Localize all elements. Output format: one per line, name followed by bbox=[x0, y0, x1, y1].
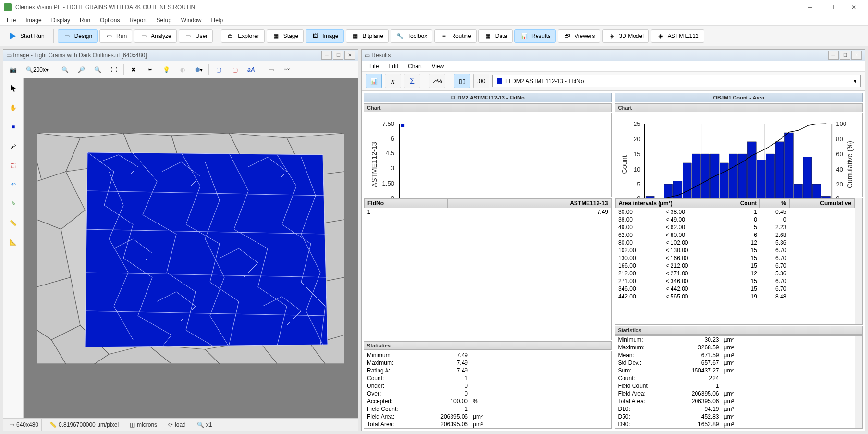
fill-tool[interactable]: ■ bbox=[6, 120, 21, 134]
camera-button[interactable]: 📷 bbox=[6, 63, 20, 76]
zoom-region-button[interactable]: 🔍 bbox=[91, 63, 104, 76]
routine-button[interactable]: ≡Routine bbox=[434, 29, 476, 43]
stage-button[interactable]: ▦Stage bbox=[267, 29, 304, 43]
image-button[interactable]: 🖼Image bbox=[306, 29, 343, 43]
brush-tool[interactable]: 🖌 bbox=[6, 139, 21, 153]
image-canvas-area[interactable] bbox=[24, 78, 358, 418]
bulb-button[interactable]: 💡 bbox=[159, 63, 173, 76]
decimals-label: .00 bbox=[477, 78, 486, 85]
maximize-button[interactable]: ☐ bbox=[821, 0, 843, 14]
menu-window[interactable]: Window bbox=[176, 15, 207, 25]
undo-tool[interactable]: ↶ bbox=[6, 177, 21, 192]
run-button[interactable]: ▭Run bbox=[99, 29, 132, 43]
menu-image[interactable]: Image bbox=[21, 15, 46, 25]
main-menu-bar: File Image Display Run Options Report Se… bbox=[0, 14, 868, 26]
ruler-tool[interactable]: 📏 bbox=[6, 216, 21, 230]
overlay-dropdown[interactable]: ⬢▾ bbox=[192, 63, 206, 76]
menu-run[interactable]: Run bbox=[75, 15, 95, 25]
window-title: Clemex Vision PE - LIGHT GRAINS WITH DAR… bbox=[15, 4, 799, 11]
zoom-in-button[interactable]: 🔍 bbox=[58, 63, 72, 76]
fit-button[interactable]: ⛶ bbox=[107, 63, 121, 76]
design-button[interactable]: ▭Design bbox=[58, 29, 98, 43]
menu-display[interactable]: Display bbox=[47, 15, 75, 25]
3d-model-button[interactable]: ◈3D Model bbox=[602, 29, 649, 43]
columns-button[interactable]: ▯▯ bbox=[454, 74, 470, 88]
svg-text:40: 40 bbox=[836, 166, 843, 173]
hand-tool[interactable]: ✋ bbox=[6, 100, 21, 115]
svg-rect-72 bbox=[747, 142, 756, 199]
results-button[interactable]: 📊Results bbox=[514, 29, 556, 43]
results-menu-edit[interactable]: Edit bbox=[383, 62, 403, 71]
zoom-out-button[interactable]: 🔎 bbox=[74, 63, 88, 76]
focus-button[interactable]: ◐ bbox=[176, 63, 189, 76]
area-table[interactable]: Area intervals (µm²) Count % Cumulative … bbox=[615, 198, 863, 325]
delete-button[interactable]: ✖ bbox=[127, 63, 140, 76]
results-panel-title-bar[interactable]: ▭ Results ─ ☐ ✕ bbox=[362, 50, 865, 61]
decimals-button[interactable]: .00 bbox=[473, 74, 489, 88]
user-button[interactable]: ▭User bbox=[179, 29, 213, 43]
brightness-button[interactable]: ☀ bbox=[143, 63, 157, 76]
results-close-button[interactable]: ✕ bbox=[851, 51, 862, 60]
image-max-button[interactable]: ☐ bbox=[333, 51, 343, 60]
histogram-icon: 📊 bbox=[370, 78, 378, 85]
results-menu-view[interactable]: View bbox=[427, 62, 449, 71]
sigma-button[interactable]: Σ bbox=[404, 74, 420, 88]
left-column-header: FLDM2 ASTME112-13 - FldNo bbox=[364, 93, 612, 102]
minimize-button[interactable]: ─ bbox=[799, 0, 821, 14]
image-panel-title-bar[interactable]: ▭ Image - Light Grains with Dark Outline… bbox=[3, 50, 358, 61]
menu-setup[interactable]: Setup bbox=[151, 15, 176, 25]
results-panel-icon: ▭ bbox=[365, 52, 371, 59]
status-units: microns bbox=[137, 422, 157, 428]
menu-help[interactable]: Help bbox=[207, 15, 228, 25]
chart-button[interactable]: 〰 bbox=[281, 63, 294, 76]
area-table-scrollbar[interactable] bbox=[855, 198, 862, 324]
results-min-button[interactable]: ─ bbox=[828, 51, 839, 60]
zoom-dropdown[interactable]: 🔍200x▾ bbox=[23, 63, 52, 76]
pencil-tool[interactable]: ✎ bbox=[6, 197, 21, 211]
results-max-button[interactable]: ☐ bbox=[840, 51, 850, 60]
menu-options[interactable]: Options bbox=[95, 15, 124, 25]
ruler-delete-tool[interactable]: 📐 bbox=[6, 235, 21, 249]
svg-rect-76 bbox=[784, 133, 793, 199]
bitplane-button[interactable]: ▦Bitplane bbox=[346, 29, 389, 43]
results-icon: 📊 bbox=[520, 32, 528, 40]
zoom-out-icon: 🔎 bbox=[78, 66, 85, 73]
select-delete-tool[interactable]: ⬚ bbox=[6, 158, 21, 173]
svg-text:15: 15 bbox=[634, 150, 641, 158]
results-menu-file[interactable]: File bbox=[365, 62, 383, 71]
percent-button[interactable]: ↗% bbox=[429, 74, 445, 88]
ruler-icon: 📏 bbox=[10, 220, 17, 226]
analyze-button[interactable]: ▭Analyze bbox=[134, 29, 177, 43]
x-button[interactable]: x bbox=[385, 74, 401, 88]
explorer-button[interactable]: 🗀Explorer bbox=[221, 29, 265, 43]
image-canvas bbox=[37, 133, 344, 364]
image-close-button[interactable]: ✕ bbox=[344, 51, 355, 60]
fldno-chart[interactable]: 7.50 6 4.5 3 1.50 0 1 2 FldNo ASTME112-1… bbox=[364, 113, 612, 197]
right-stats-scrollbar[interactable] bbox=[855, 336, 862, 428]
rect-red-button[interactable]: ▢ bbox=[228, 63, 242, 76]
text-button[interactable]: aA bbox=[245, 63, 258, 76]
load-icon: ⟳ bbox=[168, 422, 173, 428]
pointer-tool[interactable] bbox=[6, 81, 21, 96]
start-run-button[interactable]: Start Run bbox=[4, 30, 49, 42]
astm-button[interactable]: ◉ASTM E112 bbox=[651, 29, 704, 43]
svg-rect-77 bbox=[794, 184, 802, 199]
viewers-button[interactable]: 🗗Viewers bbox=[558, 29, 600, 43]
image-min-button[interactable]: ─ bbox=[321, 51, 332, 60]
results-menu-chart[interactable]: Chart bbox=[403, 62, 427, 71]
measurement-selector[interactable]: FLDM2 ASTME112-13 - FldNo ▾ bbox=[492, 75, 861, 87]
zoom-icon: 🔍 bbox=[197, 422, 204, 428]
status-dims: 640x480 bbox=[16, 422, 38, 428]
menu-file[interactable]: File bbox=[2, 15, 21, 25]
close-button[interactable]: ✕ bbox=[843, 0, 864, 14]
histogram-button[interactable]: 📊 bbox=[366, 74, 382, 88]
menu-report[interactable]: Report bbox=[124, 15, 151, 25]
image-side-toolbar: ✋ ■ 🖌 ⬚ ↶ ✎ 📏 📐 bbox=[3, 78, 24, 418]
fldno-table[interactable]: FldNo ASTME112-13 17.49 bbox=[364, 198, 612, 340]
toolbox-button[interactable]: 🔧Toolbox bbox=[391, 29, 432, 43]
area-chart[interactable]: 25 20 15 10 5 0 100 80 60 40 20 0 bbox=[615, 113, 863, 197]
data-button[interactable]: ▦Data bbox=[478, 29, 513, 43]
rect-blue-button[interactable]: ▢ bbox=[212, 63, 225, 76]
results-panel-title: Results bbox=[371, 52, 391, 59]
layout-button[interactable]: ▭ bbox=[264, 63, 278, 76]
